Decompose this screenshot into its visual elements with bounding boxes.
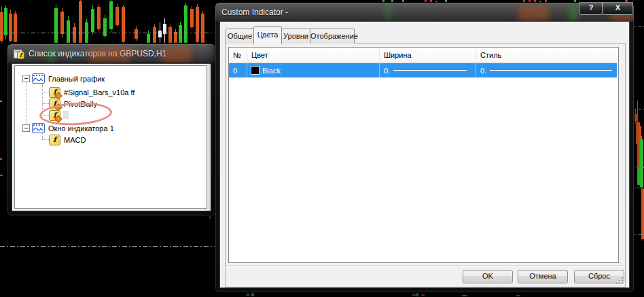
row-width-cell: 0. <box>380 63 476 77</box>
candle-body <box>135 29 138 39</box>
tree-item-label: Окно индикатора 1 <box>48 124 114 133</box>
glass-reflection <box>386 5 390 21</box>
indicator-list-icon: f <box>14 50 24 59</box>
chart-tick <box>251 293 254 296</box>
candle-body <box>0 12 3 41</box>
chart-tick <box>516 295 520 296</box>
row-number-cell: 0 <box>229 63 247 77</box>
candle-body <box>201 14 204 43</box>
glass-reflection <box>90 46 130 63</box>
candle-body <box>97 7 101 29</box>
chart-tick <box>247 294 249 296</box>
chart-tick <box>462 295 467 296</box>
cancel-button[interactable]: Отмена <box>518 270 568 283</box>
row-style-cell: 0. <box>476 63 617 77</box>
custom-indicator-icon: f <box>49 87 60 98</box>
candle-body <box>103 18 107 36</box>
indicator-tree: Главный график f #Signal_Bars_v10a ff f … <box>14 65 207 209</box>
chart-tick <box>0 101 2 102</box>
candle-body <box>54 8 58 43</box>
indicator-icon: f <box>49 135 60 145</box>
collapse-icon[interactable] <box>22 124 30 132</box>
screen: f Список индикаторов на GBPUSD,H1 <box>0 0 644 297</box>
chart-tick <box>421 294 425 296</box>
candle-body <box>9 14 12 41</box>
glass-reflection <box>569 7 577 21</box>
tab-tsveta[interactable]: Цвета <box>253 27 282 44</box>
custom-indicator-title: Custom Indicator - <box>221 3 288 22</box>
candle-body <box>91 9 94 32</box>
tree-item-label: MACD <box>64 136 86 144</box>
candle-body <box>184 5 187 43</box>
tree-connector <box>42 103 49 104</box>
custom-indicator-titlebar[interactable]: Custom Indicator - <box>216 3 633 22</box>
chart-tick <box>0 158 2 160</box>
candle-body <box>147 34 150 43</box>
glass-reflection <box>49 46 54 63</box>
chart-gridline <box>634 109 644 109</box>
ok-button[interactable]: OK <box>463 270 513 283</box>
collapse-icon[interactable] <box>22 75 30 82</box>
chart-tick <box>0 175 3 176</box>
close-button[interactable]: X <box>603 2 633 15</box>
candle-body <box>79 1 82 43</box>
tree-item-label: Главный график <box>48 75 105 83</box>
width-line-preview <box>393 70 467 71</box>
color-swatch <box>251 67 259 74</box>
row-color-cell: Black <box>247 63 380 77</box>
candle-body <box>179 25 182 43</box>
tree-connector <box>26 82 26 125</box>
tree-connector <box>42 92 49 92</box>
indicator-list-window: f Список индикаторов на GBPUSD,H1 <box>7 43 216 216</box>
resize-grip[interactable] <box>616 277 624 285</box>
candle-body <box>153 27 156 43</box>
tree-item-main-chart[interactable]: Главный график <box>22 73 105 84</box>
candle-body <box>14 14 17 42</box>
column-header-style[interactable]: Стиль <box>476 48 617 63</box>
color-name: Black <box>262 67 281 75</box>
style-line-preview <box>490 70 612 71</box>
tab-obshchie[interactable]: Общие <box>226 29 254 43</box>
width-value: 0. <box>384 67 390 75</box>
table-header-row: № Цвет Ширина Стиль <box>229 48 617 63</box>
table-row[interactable]: 0 Black 0. 0. <box>229 63 617 77</box>
candle-body <box>174 32 177 43</box>
colors-table: № Цвет Ширина Стиль 0 Black 0. <box>228 47 619 263</box>
tab-otobrazhenie[interactable]: Отображение <box>310 29 355 43</box>
candle-body <box>109 1 113 29</box>
tab-urovni[interactable]: Уровни <box>281 29 310 43</box>
candle-body <box>637 169 641 185</box>
tree-item-signal-bars[interactable]: f #Signal_Bars_v10a ff <box>49 86 135 98</box>
chart-tick <box>209 216 211 219</box>
custom-indicator-window: Custom Indicator - ? X Общие Цвета Уровн… <box>215 2 634 293</box>
candle-body <box>196 7 199 42</box>
chart-gridline <box>0 33 215 33</box>
candle-body <box>73 27 76 43</box>
tree-connector <box>42 139 49 140</box>
tree-item-macd[interactable]: f MACD <box>49 134 86 145</box>
candle-body <box>158 31 162 37</box>
chart-gridline <box>0 246 215 247</box>
candle-body <box>4 8 7 35</box>
chart-window-icon <box>32 123 45 133</box>
glass-reflection <box>161 46 192 63</box>
column-header-color[interactable]: Цвет <box>247 48 380 63</box>
glass-reflection <box>518 6 549 21</box>
candle-body <box>122 7 125 42</box>
candle-body <box>641 189 644 239</box>
column-header-width[interactable]: Ширина <box>380 48 476 63</box>
style-value: 0. <box>480 67 486 75</box>
chart-gridline <box>634 234 644 235</box>
indicator-list-client: Главный график f #Signal_Bars_v10a ff f … <box>12 63 211 211</box>
help-button[interactable]: ? <box>579 2 603 15</box>
candle-body <box>115 7 119 25</box>
chart-gridline <box>634 26 644 27</box>
column-header-number[interactable]: № <box>229 48 247 63</box>
candle-body <box>168 27 172 43</box>
custom-indicator-client: Общие Цвета Уровни Отображение № Цвет Ши… <box>219 21 630 288</box>
candle-body <box>60 12 64 34</box>
candle-body <box>67 20 70 43</box>
button-separator <box>226 265 624 266</box>
indicator-list-titlebar[interactable]: f Список индикаторов на GBPUSD,H1 <box>8 45 215 63</box>
chart-window-icon <box>32 73 45 84</box>
